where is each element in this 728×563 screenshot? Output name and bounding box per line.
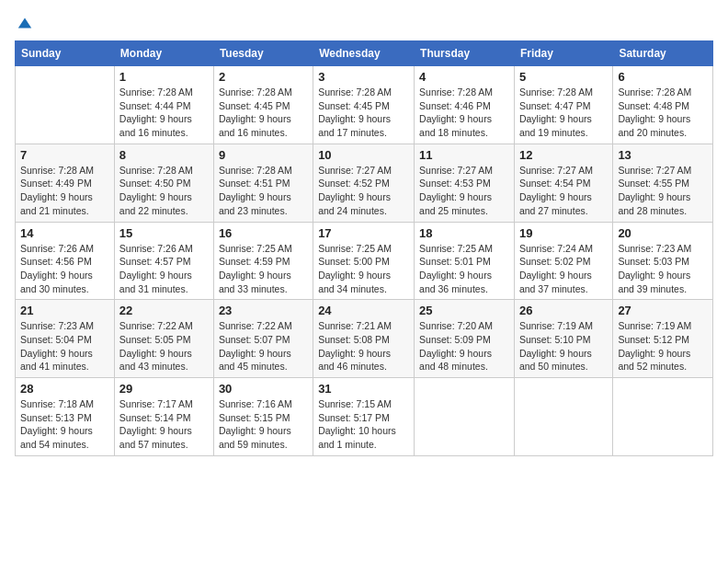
day-info: Sunrise: 7:22 AM Sunset: 5:07 PM Dayligh… bbox=[219, 319, 308, 373]
day-info: Sunrise: 7:28 AM Sunset: 4:50 PM Dayligh… bbox=[119, 164, 209, 218]
day-number: 3 bbox=[318, 70, 409, 84]
day-number: 29 bbox=[119, 382, 209, 396]
day-cell: 18Sunrise: 7:25 AM Sunset: 5:01 PM Dayli… bbox=[415, 222, 515, 300]
day-info: Sunrise: 7:25 AM Sunset: 4:59 PM Dayligh… bbox=[219, 242, 308, 296]
day-cell: 27Sunrise: 7:19 AM Sunset: 5:12 PM Dayli… bbox=[613, 300, 713, 378]
day-cell: 2Sunrise: 7:28 AM Sunset: 4:45 PM Daylig… bbox=[213, 66, 313, 144]
day-info: Sunrise: 7:28 AM Sunset: 4:47 PM Dayligh… bbox=[519, 86, 608, 140]
day-cell: 29Sunrise: 7:17 AM Sunset: 5:14 PM Dayli… bbox=[114, 378, 213, 456]
day-info: Sunrise: 7:16 AM Sunset: 5:15 PM Dayligh… bbox=[219, 397, 308, 452]
header-tuesday: Tuesday bbox=[213, 41, 313, 66]
day-cell: 4Sunrise: 7:28 AM Sunset: 4:46 PM Daylig… bbox=[415, 66, 515, 144]
day-info: Sunrise: 7:15 AM Sunset: 5:17 PM Dayligh… bbox=[318, 397, 409, 452]
day-number: 8 bbox=[119, 148, 209, 162]
page-header bbox=[15, 15, 713, 31]
week-row-5: 28Sunrise: 7:18 AM Sunset: 5:13 PM Dayli… bbox=[16, 378, 713, 456]
day-number: 23 bbox=[219, 304, 308, 317]
day-info: Sunrise: 7:23 AM Sunset: 5:04 PM Dayligh… bbox=[20, 319, 109, 373]
day-info: Sunrise: 7:21 AM Sunset: 5:08 PM Dayligh… bbox=[318, 319, 409, 373]
day-info: Sunrise: 7:18 AM Sunset: 5:13 PM Dayligh… bbox=[20, 397, 109, 452]
day-cell: 23Sunrise: 7:22 AM Sunset: 5:07 PM Dayli… bbox=[213, 300, 313, 378]
day-cell: 15Sunrise: 7:26 AM Sunset: 4:57 PM Dayli… bbox=[114, 222, 213, 300]
day-info: Sunrise: 7:27 AM Sunset: 4:52 PM Dayligh… bbox=[318, 164, 409, 218]
day-number: 21 bbox=[20, 304, 109, 317]
day-cell bbox=[514, 378, 612, 456]
day-number: 30 bbox=[219, 382, 308, 396]
day-number: 18 bbox=[419, 226, 509, 240]
day-cell: 9Sunrise: 7:28 AM Sunset: 4:51 PM Daylig… bbox=[213, 144, 313, 222]
day-number: 11 bbox=[419, 148, 509, 162]
header-sunday: Sunday bbox=[16, 41, 115, 66]
day-cell: 6Sunrise: 7:28 AM Sunset: 4:48 PM Daylig… bbox=[613, 66, 713, 144]
day-info: Sunrise: 7:19 AM Sunset: 5:10 PM Dayligh… bbox=[519, 319, 608, 373]
day-cell: 21Sunrise: 7:23 AM Sunset: 5:04 PM Dayli… bbox=[16, 300, 115, 378]
day-info: Sunrise: 7:22 AM Sunset: 5:05 PM Dayligh… bbox=[119, 319, 209, 373]
day-cell: 30Sunrise: 7:16 AM Sunset: 5:15 PM Dayli… bbox=[213, 378, 313, 456]
day-info: Sunrise: 7:28 AM Sunset: 4:45 PM Dayligh… bbox=[318, 86, 409, 140]
day-info: Sunrise: 7:28 AM Sunset: 4:51 PM Dayligh… bbox=[219, 164, 308, 218]
day-cell: 19Sunrise: 7:24 AM Sunset: 5:02 PM Dayli… bbox=[514, 222, 612, 300]
day-number: 14 bbox=[20, 226, 109, 240]
day-number: 15 bbox=[119, 226, 209, 240]
day-number: 4 bbox=[419, 70, 509, 84]
logo-icon bbox=[17, 15, 33, 31]
header-wednesday: Wednesday bbox=[313, 41, 415, 66]
day-info: Sunrise: 7:24 AM Sunset: 5:02 PM Dayligh… bbox=[519, 242, 608, 296]
day-number: 13 bbox=[618, 148, 708, 162]
day-info: Sunrise: 7:27 AM Sunset: 4:53 PM Dayligh… bbox=[419, 164, 509, 218]
day-cell: 10Sunrise: 7:27 AM Sunset: 4:52 PM Dayli… bbox=[313, 144, 415, 222]
header-saturday: Saturday bbox=[613, 41, 713, 66]
day-info: Sunrise: 7:27 AM Sunset: 4:55 PM Dayligh… bbox=[618, 164, 708, 218]
day-cell: 20Sunrise: 7:23 AM Sunset: 5:03 PM Dayli… bbox=[613, 222, 713, 300]
day-number: 27 bbox=[618, 304, 708, 317]
day-info: Sunrise: 7:26 AM Sunset: 4:56 PM Dayligh… bbox=[20, 242, 109, 296]
header-thursday: Thursday bbox=[415, 41, 515, 66]
week-row-3: 14Sunrise: 7:26 AM Sunset: 4:56 PM Dayli… bbox=[16, 222, 713, 300]
day-number: 16 bbox=[219, 226, 308, 240]
day-cell: 28Sunrise: 7:18 AM Sunset: 5:13 PM Dayli… bbox=[16, 378, 115, 456]
day-cell: 16Sunrise: 7:25 AM Sunset: 4:59 PM Dayli… bbox=[213, 222, 313, 300]
day-cell: 11Sunrise: 7:27 AM Sunset: 4:53 PM Dayli… bbox=[415, 144, 515, 222]
day-info: Sunrise: 7:20 AM Sunset: 5:09 PM Dayligh… bbox=[419, 319, 509, 373]
day-cell: 17Sunrise: 7:25 AM Sunset: 5:00 PM Dayli… bbox=[313, 222, 415, 300]
day-cell: 24Sunrise: 7:21 AM Sunset: 5:08 PM Dayli… bbox=[313, 300, 415, 378]
day-info: Sunrise: 7:25 AM Sunset: 5:01 PM Dayligh… bbox=[419, 242, 509, 296]
day-cell: 22Sunrise: 7:22 AM Sunset: 5:05 PM Dayli… bbox=[114, 300, 213, 378]
calendar-table: SundayMondayTuesdayWednesdayThursdayFrid… bbox=[15, 40, 713, 456]
day-info: Sunrise: 7:26 AM Sunset: 4:57 PM Dayligh… bbox=[119, 242, 209, 296]
day-info: Sunrise: 7:17 AM Sunset: 5:14 PM Dayligh… bbox=[119, 397, 209, 452]
day-number: 5 bbox=[519, 70, 608, 84]
day-info: Sunrise: 7:27 AM Sunset: 4:54 PM Dayligh… bbox=[519, 164, 608, 218]
day-cell: 13Sunrise: 7:27 AM Sunset: 4:55 PM Dayli… bbox=[613, 144, 713, 222]
day-number: 9 bbox=[219, 148, 308, 162]
logo bbox=[15, 15, 33, 31]
day-number: 26 bbox=[519, 304, 608, 317]
week-row-1: 1Sunrise: 7:28 AM Sunset: 4:44 PM Daylig… bbox=[16, 66, 713, 144]
day-cell bbox=[415, 378, 515, 456]
day-info: Sunrise: 7:28 AM Sunset: 4:49 PM Dayligh… bbox=[20, 164, 109, 218]
day-number: 12 bbox=[519, 148, 608, 162]
week-row-4: 21Sunrise: 7:23 AM Sunset: 5:04 PM Dayli… bbox=[16, 300, 713, 378]
day-number: 28 bbox=[20, 382, 109, 396]
header-row: SundayMondayTuesdayWednesdayThursdayFrid… bbox=[16, 41, 713, 66]
day-cell: 8Sunrise: 7:28 AM Sunset: 4:50 PM Daylig… bbox=[114, 144, 213, 222]
day-number: 10 bbox=[318, 148, 409, 162]
day-cell: 14Sunrise: 7:26 AM Sunset: 4:56 PM Dayli… bbox=[16, 222, 115, 300]
day-info: Sunrise: 7:28 AM Sunset: 4:48 PM Dayligh… bbox=[618, 86, 708, 140]
day-number: 1 bbox=[119, 70, 209, 84]
day-number: 22 bbox=[119, 304, 209, 317]
day-info: Sunrise: 7:28 AM Sunset: 4:46 PM Dayligh… bbox=[419, 86, 509, 140]
day-number: 7 bbox=[20, 148, 109, 162]
day-cell: 26Sunrise: 7:19 AM Sunset: 5:10 PM Dayli… bbox=[514, 300, 612, 378]
day-cell: 3Sunrise: 7:28 AM Sunset: 4:45 PM Daylig… bbox=[313, 66, 415, 144]
day-cell: 12Sunrise: 7:27 AM Sunset: 4:54 PM Dayli… bbox=[514, 144, 612, 222]
svg-marker-0 bbox=[18, 18, 31, 29]
week-row-2: 7Sunrise: 7:28 AM Sunset: 4:49 PM Daylig… bbox=[16, 144, 713, 222]
day-cell bbox=[613, 378, 713, 456]
day-info: Sunrise: 7:25 AM Sunset: 5:00 PM Dayligh… bbox=[318, 242, 409, 296]
day-number: 20 bbox=[618, 226, 708, 240]
day-cell: 1Sunrise: 7:28 AM Sunset: 4:44 PM Daylig… bbox=[114, 66, 213, 144]
day-number: 2 bbox=[219, 70, 308, 84]
day-cell: 31Sunrise: 7:15 AM Sunset: 5:17 PM Dayli… bbox=[313, 378, 415, 456]
day-number: 24 bbox=[318, 304, 409, 317]
